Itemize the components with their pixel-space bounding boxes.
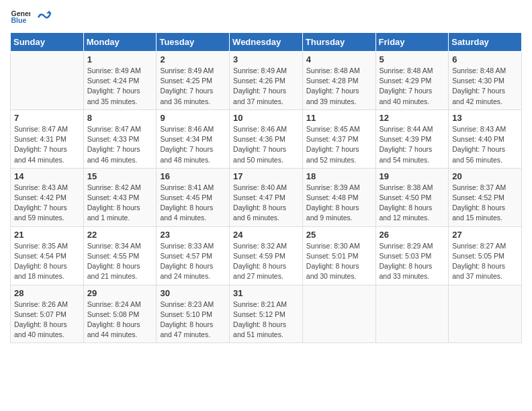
day-number: 14: [14, 171, 80, 181]
calendar-cell: 20Sunrise: 8:37 AMSunset: 4:52 PMDayligh…: [449, 168, 522, 226]
day-number: 19: [380, 171, 445, 181]
day-number: 16: [160, 171, 226, 181]
day-number: 10: [233, 113, 299, 123]
calendar-cell: 1Sunrise: 8:49 AMSunset: 4:24 PMDaylight…: [83, 52, 157, 110]
calendar-cell: 29Sunrise: 8:24 AMSunset: 5:08 PMDayligh…: [83, 285, 157, 343]
calendar-week-3: 14Sunrise: 8:43 AMSunset: 4:42 PMDayligh…: [11, 168, 522, 226]
calendar-cell: 22Sunrise: 8:34 AMSunset: 4:55 PMDayligh…: [83, 226, 157, 285]
day-info: Sunrise: 8:41 AMSunset: 4:45 PMDaylight:…: [160, 183, 226, 224]
logo-icon: General Blue: [10, 7, 30, 27]
day-info: Sunrise: 8:29 AMSunset: 5:03 PMDaylight:…: [380, 241, 445, 282]
day-number: 25: [306, 230, 372, 240]
day-info: Sunrise: 8:27 AMSunset: 5:05 PMDaylight:…: [452, 241, 518, 282]
day-info: Sunrise: 8:43 AMSunset: 4:40 PMDaylight:…: [452, 124, 518, 165]
calendar-cell: 24Sunrise: 8:32 AMSunset: 4:59 PMDayligh…: [230, 226, 303, 285]
day-number: 31: [233, 288, 299, 298]
calendar-cell: 7Sunrise: 8:47 AMSunset: 4:31 PMDaylight…: [11, 109, 84, 168]
day-number: 1: [87, 54, 153, 64]
calendar-cell: 5Sunrise: 8:48 AMSunset: 4:29 PMDaylight…: [375, 52, 449, 110]
day-number: 7: [14, 113, 80, 123]
calendar-cell: 16Sunrise: 8:41 AMSunset: 4:45 PMDayligh…: [157, 168, 230, 226]
col-header-friday: Friday: [375, 33, 449, 52]
day-number: 11: [306, 113, 372, 123]
col-header-saturday: Saturday: [449, 33, 522, 52]
calendar-cell: [449, 285, 522, 343]
day-info: Sunrise: 8:47 AMSunset: 4:33 PMDaylight:…: [87, 124, 153, 165]
day-info: Sunrise: 8:46 AMSunset: 4:34 PMDaylight:…: [160, 124, 226, 165]
calendar-cell: 21Sunrise: 8:35 AMSunset: 4:54 PMDayligh…: [11, 226, 84, 285]
calendar-week-5: 28Sunrise: 8:26 AMSunset: 5:07 PMDayligh…: [11, 285, 522, 343]
day-number: 26: [380, 230, 445, 240]
day-number: 8: [87, 113, 153, 123]
day-info: Sunrise: 8:48 AMSunset: 4:29 PMDaylight:…: [380, 66, 445, 107]
calendar-cell: 8Sunrise: 8:47 AMSunset: 4:33 PMDaylight…: [83, 109, 157, 168]
calendar-cell: 10Sunrise: 8:46 AMSunset: 4:36 PMDayligh…: [230, 109, 303, 168]
day-number: 6: [452, 54, 518, 64]
calendar-cell: 25Sunrise: 8:30 AMSunset: 5:01 PMDayligh…: [302, 226, 375, 285]
day-info: Sunrise: 8:34 AMSunset: 4:55 PMDaylight:…: [87, 241, 153, 282]
calendar-week-1: 1Sunrise: 8:49 AMSunset: 4:24 PMDaylight…: [11, 52, 522, 110]
day-info: Sunrise: 8:21 AMSunset: 5:12 PMDaylight:…: [233, 300, 299, 340]
calendar-table: SundayMondayTuesdayWednesdayThursdayFrid…: [10, 32, 522, 343]
day-number: 24: [233, 230, 299, 240]
day-info: Sunrise: 8:43 AMSunset: 4:42 PMDaylight:…: [14, 183, 80, 224]
calendar-cell: 15Sunrise: 8:42 AMSunset: 4:43 PMDayligh…: [83, 168, 157, 226]
calendar-cell: 19Sunrise: 8:38 AMSunset: 4:50 PMDayligh…: [375, 168, 449, 226]
day-number: 5: [380, 54, 445, 64]
calendar-cell: 31Sunrise: 8:21 AMSunset: 5:12 PMDayligh…: [230, 285, 303, 343]
day-info: Sunrise: 8:37 AMSunset: 4:52 PMDaylight:…: [452, 183, 518, 224]
day-info: Sunrise: 8:33 AMSunset: 4:57 PMDaylight:…: [160, 241, 226, 282]
calendar-week-4: 21Sunrise: 8:35 AMSunset: 4:54 PMDayligh…: [11, 226, 522, 285]
day-info: Sunrise: 8:46 AMSunset: 4:36 PMDaylight:…: [233, 124, 299, 165]
day-info: Sunrise: 8:42 AMSunset: 4:43 PMDaylight:…: [87, 183, 153, 224]
calendar-cell: [375, 285, 449, 343]
day-info: Sunrise: 8:48 AMSunset: 4:28 PMDaylight:…: [306, 66, 372, 107]
page-header: General Blue: [10, 7, 522, 27]
calendar-cell: 9Sunrise: 8:46 AMSunset: 4:34 PMDaylight…: [157, 109, 230, 168]
day-number: 4: [306, 54, 372, 64]
calendar-cell: 13Sunrise: 8:43 AMSunset: 4:40 PMDayligh…: [449, 109, 522, 168]
calendar-cell: 3Sunrise: 8:49 AMSunset: 4:26 PMDaylight…: [230, 52, 303, 110]
day-info: Sunrise: 8:45 AMSunset: 4:37 PMDaylight:…: [306, 124, 372, 165]
logo-wave-icon: [37, 7, 52, 21]
day-info: Sunrise: 8:49 AMSunset: 4:24 PMDaylight:…: [87, 66, 153, 107]
day-number: 3: [233, 54, 299, 64]
col-header-thursday: Thursday: [302, 33, 375, 52]
day-info: Sunrise: 8:23 AMSunset: 5:10 PMDaylight:…: [160, 300, 226, 340]
col-header-sunday: Sunday: [11, 33, 84, 52]
calendar-cell: [302, 285, 375, 343]
day-info: Sunrise: 8:44 AMSunset: 4:39 PMDaylight:…: [380, 124, 445, 165]
day-info: Sunrise: 8:49 AMSunset: 4:26 PMDaylight:…: [233, 66, 299, 107]
svg-text:Blue: Blue: [11, 16, 27, 24]
day-number: 30: [160, 288, 226, 298]
day-info: Sunrise: 8:49 AMSunset: 4:25 PMDaylight:…: [160, 66, 226, 107]
calendar-week-2: 7Sunrise: 8:47 AMSunset: 4:31 PMDaylight…: [11, 109, 522, 168]
day-number: 18: [306, 171, 372, 181]
col-header-wednesday: Wednesday: [230, 33, 303, 52]
day-number: 15: [87, 171, 153, 181]
day-number: 21: [14, 230, 80, 240]
calendar-cell: 11Sunrise: 8:45 AMSunset: 4:37 PMDayligh…: [302, 109, 375, 168]
calendar-cell: 17Sunrise: 8:40 AMSunset: 4:47 PMDayligh…: [230, 168, 303, 226]
day-number: 13: [452, 113, 518, 123]
calendar-cell: 2Sunrise: 8:49 AMSunset: 4:25 PMDaylight…: [157, 52, 230, 110]
day-info: Sunrise: 8:30 AMSunset: 5:01 PMDaylight:…: [306, 241, 372, 282]
calendar-cell: 27Sunrise: 8:27 AMSunset: 5:05 PMDayligh…: [449, 226, 522, 285]
day-number: 2: [160, 54, 226, 64]
calendar-cell: 12Sunrise: 8:44 AMSunset: 4:39 PMDayligh…: [375, 109, 449, 168]
day-info: Sunrise: 8:26 AMSunset: 5:07 PMDaylight:…: [14, 300, 80, 340]
day-number: 17: [233, 171, 299, 181]
calendar-cell: 26Sunrise: 8:29 AMSunset: 5:03 PMDayligh…: [375, 226, 449, 285]
day-info: Sunrise: 8:24 AMSunset: 5:08 PMDaylight:…: [87, 300, 153, 340]
svg-marker-3: [46, 11, 52, 13]
logo: General Blue: [10, 7, 52, 27]
day-number: 9: [160, 113, 226, 123]
calendar-cell: 30Sunrise: 8:23 AMSunset: 5:10 PMDayligh…: [157, 285, 230, 343]
day-number: 29: [87, 288, 153, 298]
calendar-cell: 18Sunrise: 8:39 AMSunset: 4:48 PMDayligh…: [302, 168, 375, 226]
day-info: Sunrise: 8:48 AMSunset: 4:30 PMDaylight:…: [452, 66, 518, 107]
day-info: Sunrise: 8:35 AMSunset: 4:54 PMDaylight:…: [14, 241, 80, 282]
calendar-cell: 4Sunrise: 8:48 AMSunset: 4:28 PMDaylight…: [302, 52, 375, 110]
day-number: 23: [160, 230, 226, 240]
day-number: 27: [452, 230, 518, 240]
